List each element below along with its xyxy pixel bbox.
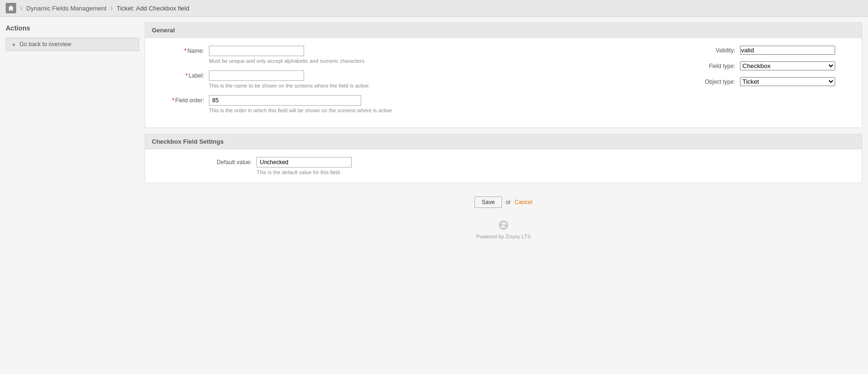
field-order-input[interactable] [209,95,361,106]
field-type-row: Field type: Checkbox [688,61,855,70]
go-back-overview-button[interactable]: ◄ Go back to overview [6,38,139,51]
sidebar: Actions ◄ Go back to overview [6,22,139,249]
breadcrumb-current-page: Ticket: Add Checkbox field [117,5,189,12]
general-section-header: General [145,23,862,38]
field-order-row: *Field order: This is the order in which… [152,95,674,113]
znuny-logo [145,219,862,232]
name-required-star: * [184,48,187,54]
label-input[interactable] [209,70,304,81]
footer-or-text: or [506,199,511,206]
label-hint: This is the name to be shown on the scre… [209,83,399,89]
home-icon[interactable] [6,3,16,13]
breadcrumb: › Dynamic Fields Management › Ticket: Ad… [0,0,868,17]
checkbox-settings-header: Checkbox Field Settings [145,134,862,149]
footer-actions: Save or Cancel [145,189,862,216]
validity-row: Validity: [688,46,855,55]
field-order-field-container: This is the order in which this field wi… [209,95,674,113]
powered-by: Powered by Znuny LTS [145,216,862,249]
name-hint: Must be unique and only accept alphabeti… [209,58,399,64]
object-type-field-container: Ticket [740,77,835,86]
breadcrumb-separator-2: › [110,4,113,12]
label-row: *Label: This is the name to be shown on … [152,70,674,89]
default-value-field-container: This is the default value for this field… [256,157,352,175]
default-value-label: Default value: [152,157,256,166]
go-back-label: Go back to overview [20,41,71,48]
sidebar-title: Actions [6,22,139,34]
field-order-required-star: * [172,97,175,104]
default-value-input[interactable] [256,157,352,167]
name-input[interactable] [209,46,304,56]
save-button[interactable]: Save [474,197,502,208]
label-label: *Label: [152,70,209,79]
validity-field-container [740,46,835,55]
field-order-hint: This is the order in which this field wi… [209,108,399,113]
name-label: *Name: [152,46,209,54]
label-required-star: * [186,72,188,79]
content-area: General *Name: Must be unique and only a… [145,22,862,249]
name-row: *Name: Must be unique and only accept al… [152,46,674,64]
general-body: *Name: Must be unique and only accept al… [145,38,862,128]
field-type-label: Field type: [688,63,740,69]
object-type-row: Object type: Ticket [688,77,855,86]
validity-input[interactable] [740,46,835,55]
breadcrumb-dynamic-fields[interactable]: Dynamic Fields Management [26,5,106,12]
general-right-column: Validity: Field type: Checkbox [681,38,862,128]
general-section: General *Name: Must be unique and only a… [145,22,862,128]
cancel-button[interactable]: Cancel [514,199,532,206]
default-value-row: Default value: This is the default value… [145,157,862,175]
object-type-label: Object type: [688,79,740,85]
validity-label: Validity: [688,47,740,54]
powered-by-text: Powered by Znuny LTS [476,234,531,239]
object-type-select[interactable]: Ticket [740,77,835,86]
field-type-field-container: Checkbox [740,61,835,70]
main-container: Actions ◄ Go back to overview General *N… [0,17,868,255]
label-field-container: This is the name to be shown on the scre… [209,70,674,89]
field-type-select[interactable]: Checkbox [740,61,835,70]
back-arrow-icon: ◄ [11,42,16,47]
name-field-container: Must be unique and only accept alphabeti… [209,46,674,64]
general-left-column: *Name: Must be unique and only accept al… [145,38,681,128]
settings-body: Default value: This is the default value… [145,149,862,183]
checkbox-settings-section: Checkbox Field Settings Default value: T… [145,134,862,183]
default-value-hint: This is the default value for this field… [256,169,352,175]
breadcrumb-separator-1: › [20,4,22,12]
field-order-label: *Field order: [152,95,209,104]
